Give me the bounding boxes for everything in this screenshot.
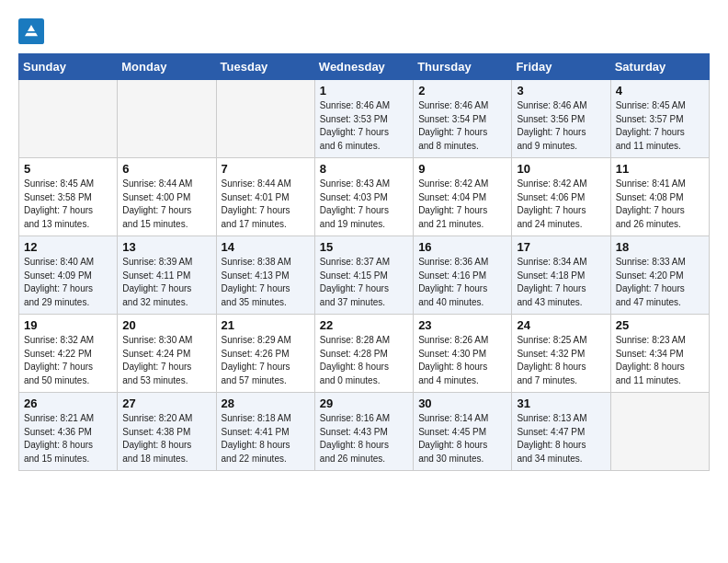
calendar-cell: 25Sunrise: 8:23 AM Sunset: 4:34 PM Dayli… — [610, 315, 709, 393]
calendar-cell: 4Sunrise: 8:45 AM Sunset: 3:57 PM Daylig… — [610, 80, 709, 158]
day-detail: Sunrise: 8:25 AM Sunset: 4:32 PM Dayligh… — [517, 334, 605, 387]
day-number: 24 — [517, 318, 605, 332]
calendar-cell: 13Sunrise: 8:39 AM Sunset: 4:11 PM Dayli… — [118, 236, 216, 315]
day-number: 13 — [122, 240, 210, 254]
day-detail: Sunrise: 8:41 AM Sunset: 4:08 PM Dayligh… — [616, 178, 704, 231]
calendar-header-row: SundayMondayTuesdayWednesdayThursdayFrid… — [19, 54, 710, 80]
day-detail: Sunrise: 8:42 AM Sunset: 4:04 PM Dayligh… — [418, 178, 506, 231]
svg-rect-2 — [27, 31, 37, 33]
calendar-cell: 18Sunrise: 8:33 AM Sunset: 4:20 PM Dayli… — [610, 236, 709, 315]
day-detail: Sunrise: 8:21 AM Sunset: 4:36 PM Dayligh… — [24, 412, 112, 465]
calendar-cell: 17Sunrise: 8:34 AM Sunset: 4:18 PM Dayli… — [512, 236, 610, 315]
day-detail: Sunrise: 8:28 AM Sunset: 4:28 PM Dayligh… — [320, 334, 408, 387]
calendar-cell: 28Sunrise: 8:18 AM Sunset: 4:41 PM Dayli… — [216, 393, 314, 471]
calendar-cell: 27Sunrise: 8:20 AM Sunset: 4:38 PM Dayli… — [118, 393, 216, 471]
calendar-cell: 6Sunrise: 8:44 AM Sunset: 4:00 PM Daylig… — [118, 158, 216, 236]
calendar-cell: 31Sunrise: 8:13 AM Sunset: 4:47 PM Dayli… — [512, 393, 610, 471]
day-number: 16 — [418, 240, 506, 254]
weekday-header-saturday: Saturday — [610, 54, 709, 80]
day-number: 31 — [517, 396, 605, 410]
day-detail: Sunrise: 8:18 AM Sunset: 4:41 PM Dayligh… — [222, 412, 310, 465]
day-detail: Sunrise: 8:39 AM Sunset: 4:11 PM Dayligh… — [122, 256, 210, 309]
day-number: 27 — [122, 396, 210, 410]
calendar-cell: 7Sunrise: 8:44 AM Sunset: 4:01 PM Daylig… — [216, 158, 314, 236]
day-number: 29 — [320, 396, 408, 410]
day-detail: Sunrise: 8:20 AM Sunset: 4:38 PM Dayligh… — [122, 412, 210, 465]
day-detail: Sunrise: 8:33 AM Sunset: 4:20 PM Dayligh… — [616, 256, 704, 309]
day-detail: Sunrise: 8:16 AM Sunset: 4:43 PM Dayligh… — [320, 412, 408, 465]
calendar-cell: 20Sunrise: 8:30 AM Sunset: 4:24 PM Dayli… — [118, 315, 216, 393]
day-number: 1 — [320, 84, 408, 98]
day-number: 8 — [320, 162, 408, 176]
calendar-cell: 24Sunrise: 8:25 AM Sunset: 4:32 PM Dayli… — [512, 315, 610, 393]
day-number: 2 — [418, 84, 506, 98]
day-detail: Sunrise: 8:26 AM Sunset: 4:30 PM Dayligh… — [418, 334, 506, 387]
day-number: 17 — [517, 240, 605, 254]
day-detail: Sunrise: 8:29 AM Sunset: 4:26 PM Dayligh… — [222, 334, 310, 387]
day-number: 7 — [222, 162, 310, 176]
day-detail: Sunrise: 8:44 AM Sunset: 4:01 PM Dayligh… — [222, 178, 310, 231]
day-detail: Sunrise: 8:45 AM Sunset: 3:57 PM Dayligh… — [616, 99, 704, 153]
calendar-cell: 2Sunrise: 8:46 AM Sunset: 3:54 PM Daylig… — [414, 80, 512, 158]
weekday-header-wednesday: Wednesday — [314, 54, 413, 80]
day-number: 15 — [320, 240, 408, 254]
calendar-cell: 5Sunrise: 8:45 AM Sunset: 3:58 PM Daylig… — [19, 158, 118, 236]
day-number: 11 — [616, 162, 704, 176]
day-detail: Sunrise: 8:46 AM Sunset: 3:54 PM Dayligh… — [418, 99, 506, 153]
day-detail: Sunrise: 8:38 AM Sunset: 4:13 PM Dayligh… — [222, 256, 310, 309]
calendar-cell: 29Sunrise: 8:16 AM Sunset: 4:43 PM Dayli… — [314, 393, 413, 471]
day-number: 5 — [24, 162, 112, 176]
calendar-cell: 26Sunrise: 8:21 AM Sunset: 4:36 PM Dayli… — [19, 393, 118, 471]
calendar-cell: 8Sunrise: 8:43 AM Sunset: 4:03 PM Daylig… — [314, 158, 413, 236]
day-number: 21 — [222, 318, 310, 332]
calendar-cell: 3Sunrise: 8:46 AM Sunset: 3:56 PM Daylig… — [512, 80, 610, 158]
day-number: 23 — [418, 318, 506, 332]
day-detail: Sunrise: 8:43 AM Sunset: 4:03 PM Dayligh… — [320, 178, 408, 231]
weekday-header-monday: Monday — [118, 54, 216, 80]
day-detail: Sunrise: 8:37 AM Sunset: 4:15 PM Dayligh… — [320, 256, 408, 309]
day-number: 26 — [24, 396, 112, 410]
day-number: 20 — [122, 318, 210, 332]
calendar-cell: 16Sunrise: 8:36 AM Sunset: 4:16 PM Dayli… — [414, 236, 512, 315]
day-detail: Sunrise: 8:40 AM Sunset: 4:09 PM Dayligh… — [24, 256, 112, 309]
day-number: 25 — [616, 318, 704, 332]
day-number: 19 — [24, 318, 112, 332]
logo-icon — [18, 18, 44, 44]
day-number: 10 — [517, 162, 605, 176]
logo — [18, 18, 48, 44]
calendar-cell: 1Sunrise: 8:46 AM Sunset: 3:53 PM Daylig… — [314, 80, 413, 158]
calendar-table: SundayMondayTuesdayWednesdayThursdayFrid… — [18, 53, 710, 471]
day-detail: Sunrise: 8:36 AM Sunset: 4:16 PM Dayligh… — [418, 256, 506, 309]
calendar-cell — [118, 80, 216, 158]
calendar-week-row: 26Sunrise: 8:21 AM Sunset: 4:36 PM Dayli… — [19, 393, 710, 471]
calendar-cell: 15Sunrise: 8:37 AM Sunset: 4:15 PM Dayli… — [314, 236, 413, 315]
day-number: 18 — [616, 240, 704, 254]
weekday-header-thursday: Thursday — [414, 54, 512, 80]
day-number: 22 — [320, 318, 408, 332]
day-number: 14 — [222, 240, 310, 254]
calendar-cell: 10Sunrise: 8:42 AM Sunset: 4:06 PM Dayli… — [512, 158, 610, 236]
day-number: 28 — [222, 396, 310, 410]
weekday-header-sunday: Sunday — [19, 54, 118, 80]
calendar-cell — [610, 393, 709, 471]
day-detail: Sunrise: 8:14 AM Sunset: 4:45 PM Dayligh… — [418, 412, 506, 465]
calendar-cell: 19Sunrise: 8:32 AM Sunset: 4:22 PM Dayli… — [19, 315, 118, 393]
day-number: 3 — [517, 84, 605, 98]
calendar-week-row: 12Sunrise: 8:40 AM Sunset: 4:09 PM Dayli… — [19, 236, 710, 315]
day-detail: Sunrise: 8:30 AM Sunset: 4:24 PM Dayligh… — [122, 334, 210, 387]
calendar-cell: 9Sunrise: 8:42 AM Sunset: 4:04 PM Daylig… — [414, 158, 512, 236]
day-detail: Sunrise: 8:44 AM Sunset: 4:00 PM Dayligh… — [122, 178, 210, 231]
day-detail: Sunrise: 8:32 AM Sunset: 4:22 PM Dayligh… — [24, 334, 112, 387]
calendar-cell: 22Sunrise: 8:28 AM Sunset: 4:28 PM Dayli… — [314, 315, 413, 393]
day-detail: Sunrise: 8:23 AM Sunset: 4:34 PM Dayligh… — [616, 334, 704, 387]
day-number: 30 — [418, 396, 506, 410]
day-detail: Sunrise: 8:42 AM Sunset: 4:06 PM Dayligh… — [517, 178, 605, 231]
calendar-cell — [19, 80, 118, 158]
calendar-cell — [216, 80, 314, 158]
page-header — [18, 18, 710, 44]
calendar-week-row: 1Sunrise: 8:46 AM Sunset: 3:53 PM Daylig… — [19, 80, 710, 158]
calendar-cell: 12Sunrise: 8:40 AM Sunset: 4:09 PM Dayli… — [19, 236, 118, 315]
calendar-week-row: 5Sunrise: 8:45 AM Sunset: 3:58 PM Daylig… — [19, 158, 710, 236]
day-number: 6 — [122, 162, 210, 176]
day-number: 9 — [418, 162, 506, 176]
